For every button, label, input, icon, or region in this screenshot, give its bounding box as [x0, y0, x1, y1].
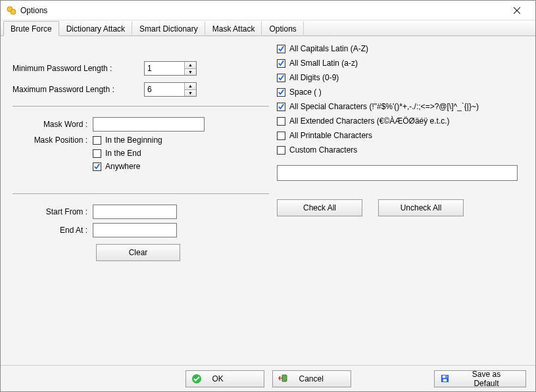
- min-length-down[interactable]: ▼: [185, 69, 196, 76]
- check-all-button[interactable]: Check All: [277, 199, 362, 216]
- cancel-icon: [278, 374, 289, 384]
- tab-strip: Brute Force Dictionary Attack Smart Dict…: [1, 20, 535, 36]
- svg-rect-5: [282, 375, 287, 381]
- start-from-input[interactable]: [93, 205, 177, 219]
- ok-button[interactable]: OK: [185, 370, 264, 387]
- app-icon: [6, 5, 16, 16]
- separator-2: [12, 193, 269, 194]
- ok-label: OK: [212, 374, 224, 383]
- cancel-label: Cancel: [299, 374, 324, 383]
- save-default-button[interactable]: Save as Default: [434, 370, 526, 387]
- svg-rect-8: [443, 379, 447, 381]
- charset-special-label[interactable]: All Special Characters (!"#$%'()*+,-./:;…: [289, 102, 479, 111]
- max-length-down[interactable]: ▼: [185, 90, 196, 97]
- max-length-label: Maximum Password Length :: [12, 85, 144, 94]
- mask-begin-checkbox[interactable]: [93, 136, 101, 145]
- tab-brute-force[interactable]: Brute Force: [3, 21, 59, 36]
- charset-small-label[interactable]: All Small Latin (a-z): [289, 59, 358, 68]
- charset-small-checkbox[interactable]: [277, 59, 285, 68]
- charset-printable-checkbox[interactable]: [277, 132, 285, 140]
- tab-smart-dictionary[interactable]: Smart Dictionary: [132, 21, 205, 36]
- window-title: Options: [20, 6, 47, 15]
- charset-space-checkbox[interactable]: [277, 88, 285, 97]
- max-length-input[interactable]: [145, 83, 184, 96]
- min-length-up[interactable]: ▲: [185, 62, 196, 69]
- tab-options[interactable]: Options: [262, 21, 303, 36]
- charset-special-checkbox[interactable]: [277, 103, 285, 111]
- min-length-input[interactable]: [145, 62, 184, 75]
- mask-word-label: Mask Word :: [12, 120, 93, 129]
- mask-word-input[interactable]: [93, 117, 205, 132]
- max-length-spinner[interactable]: ▲ ▼: [144, 82, 197, 97]
- save-default-label: Save as Default: [460, 370, 512, 388]
- clear-button[interactable]: Clear: [96, 244, 180, 261]
- mask-anywhere-label[interactable]: Anywhere: [105, 162, 140, 171]
- charset-custom-checkbox[interactable]: [277, 146, 285, 155]
- tab-dictionary-attack[interactable]: Dictionary Attack: [59, 21, 132, 36]
- end-at-label: End At :: [12, 226, 93, 235]
- charset-printable-label[interactable]: All Printable Characters: [289, 131, 372, 140]
- mask-position-label: Mask Position :: [12, 135, 93, 145]
- charset-digits-checkbox[interactable]: [277, 74, 285, 82]
- tab-mask-attack[interactable]: Mask Attack: [205, 21, 262, 36]
- cancel-button[interactable]: Cancel: [272, 370, 351, 387]
- charset-extended-checkbox[interactable]: [277, 117, 285, 126]
- uncheck-all-button[interactable]: Uncheck All: [378, 199, 464, 216]
- charset-capitals-checkbox[interactable]: [277, 45, 285, 53]
- mask-end-label[interactable]: In the End: [105, 149, 141, 158]
- close-button[interactable]: [504, 1, 530, 20]
- mask-anywhere-checkbox[interactable]: [93, 162, 101, 171]
- tab-content: Minimum Password Length : ▲ ▼ Maximum Pa…: [1, 36, 535, 365]
- charset-extended-label[interactable]: All Extended Characters (€©ÀÆÖØäéÿ e.t.c…: [289, 116, 450, 126]
- save-icon: [440, 374, 450, 384]
- svg-rect-9: [445, 376, 447, 378]
- ok-icon: [191, 374, 202, 384]
- mask-begin-label[interactable]: In the Beginning: [105, 135, 162, 145]
- right-column: All Capitals Latin (A-Z) All Small Latin…: [277, 44, 522, 216]
- left-column: Minimum Password Length : ▲ ▼ Maximum Pa…: [12, 44, 269, 261]
- min-length-spinner[interactable]: ▲ ▼: [144, 61, 197, 76]
- start-from-label: Start From :: [12, 207, 93, 216]
- min-length-label: Minimum Password Length :: [12, 64, 144, 73]
- charset-custom-label[interactable]: Custom Characters: [289, 145, 357, 155]
- charset-digits-label[interactable]: All Digits (0-9): [289, 73, 339, 82]
- svg-point-1: [11, 9, 16, 14]
- titlebar: Options: [1, 1, 535, 20]
- dialog-footer: OK Cancel Save as Default: [1, 365, 535, 391]
- custom-chars-input[interactable]: [277, 165, 518, 181]
- end-at-input[interactable]: [93, 223, 177, 237]
- separator-1: [12, 106, 269, 107]
- mask-end-checkbox[interactable]: [93, 149, 101, 158]
- charset-space-label[interactable]: Space ( ): [289, 87, 322, 97]
- charset-capitals-label[interactable]: All Capitals Latin (A-Z): [289, 44, 368, 53]
- max-length-up[interactable]: ▲: [185, 83, 196, 90]
